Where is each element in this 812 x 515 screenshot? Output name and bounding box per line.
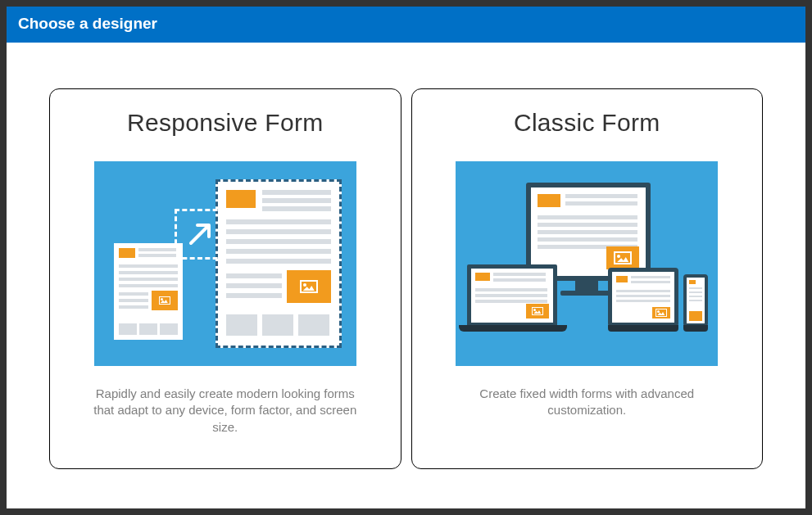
option-title: Responsive Form — [127, 109, 324, 137]
classic-form-option[interactable]: Classic Form — [411, 88, 764, 469]
laptop-base-icon — [459, 325, 567, 332]
large-document-icon — [215, 179, 342, 348]
classic-form-illustration — [456, 161, 718, 366]
monitor-base-icon — [560, 291, 613, 296]
dialog-content: Responsive Form — [7, 43, 805, 508]
option-description: Create fixed width forms with advanced c… — [447, 386, 726, 419]
responsive-form-option[interactable]: Responsive Form — [49, 88, 401, 469]
phone-icon — [683, 274, 708, 327]
option-title: Classic Form — [514, 109, 660, 137]
dialog-title: Choose a designer — [7, 7, 805, 43]
phone-base-icon — [683, 325, 708, 332]
small-document-icon — [114, 243, 183, 340]
laptop-icon — [467, 264, 557, 327]
tablet-icon — [608, 268, 678, 327]
responsive-form-illustration — [94, 161, 356, 366]
tablet-base-icon — [608, 325, 678, 332]
option-description: Rapidly and easily create modern looking… — [86, 386, 365, 436]
choose-designer-dialog: Choose a designer Responsive Form — [7, 7, 805, 508]
